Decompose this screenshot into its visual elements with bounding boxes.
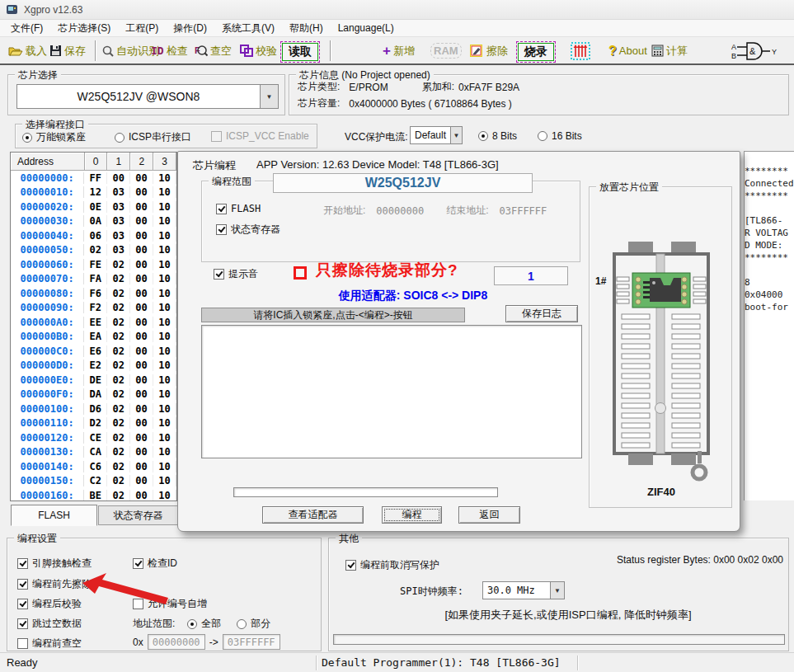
hex-byte[interactable]: 10 [153,302,176,313]
hex-byte[interactable]: 02 [107,490,130,501]
icsp-vcc-checkbox[interactable]: ICSP_VCC Enable [211,130,309,142]
hex-byte[interactable]: 00 [130,388,153,400]
hex-byte[interactable]: 02 [84,244,107,256]
hex-byte[interactable]: 10 [153,215,176,227]
hex-byte[interactable]: 00 [130,244,153,256]
toolbar-logic-gate-button[interactable]: AB&Y [729,40,785,62]
hex-byte[interactable]: 02 [107,331,130,342]
status-reg-checkbox[interactable]: 状态寄存器 [216,223,280,237]
hex-editor[interactable]: Address0123 00000000:FF00001000000010:12… [10,152,177,501]
hex-byte[interactable]: 10 [153,331,176,342]
hex-byte[interactable]: 10 [153,403,176,415]
back-button[interactable]: 返回 [458,506,520,524]
hex-byte[interactable]: 00 [130,359,153,371]
hex-byte[interactable]: FF [84,172,107,184]
hex-byte[interactable]: 10 [153,446,176,458]
flash-checkbox[interactable]: FLASH [216,203,261,214]
hex-byte[interactable]: 00 [130,403,153,415]
menu-item[interactable]: 工程(P) [118,20,166,36]
hex-byte[interactable]: 02 [107,461,130,472]
menu-item[interactable]: 帮助(H) [282,20,331,36]
hex-byte[interactable]: 02 [107,317,130,328]
socket-radio[interactable]: 万能锁紧座 [22,130,86,144]
hex-byte[interactable]: 06 [84,230,107,242]
erase-only-checkbox[interactable] [294,266,307,280]
hex-byte[interactable]: 02 [107,403,130,415]
chevron-down-icon[interactable]: ▼ [451,126,463,144]
hex-byte[interactable]: 00 [130,317,153,328]
hex-byte[interactable]: 00 [130,259,153,270]
hex-byte[interactable]: 00 [130,201,153,213]
beep-checkbox[interactable]: 提示音 [214,267,258,281]
hex-byte[interactable]: 00 [130,230,153,242]
menu-item[interactable]: 操作(D) [166,20,214,36]
hex-byte[interactable]: F2 [84,302,107,313]
range-all-radio[interactable]: 全部 [187,617,221,631]
hex-byte[interactable]: 10 [153,388,176,400]
hex-byte[interactable]: 00 [130,475,153,486]
hex-byte[interactable]: 00 [130,273,153,284]
toolbar-load-button[interactable]: 载入 [7,40,49,62]
bits8-radio[interactable]: 8 Bits [478,130,517,142]
unprotect-checkbox[interactable]: 编程前取消写保护 [345,558,439,572]
hex-byte[interactable]: 03 [107,186,130,198]
hex-byte[interactable]: 02 [107,288,130,299]
hex-byte[interactable]: 02 [107,374,130,386]
hex-byte[interactable]: 03 [107,230,130,242]
hex-byte[interactable]: 02 [107,345,130,357]
verify-after-checkbox[interactable]: 编程后校验 [17,597,82,611]
addr-to-field[interactable]: 03FFFFFF [223,634,280,650]
program-button[interactable]: 编程 [382,506,442,524]
hex-byte[interactable]: 02 [107,302,130,313]
hex-byte[interactable]: 10 [153,259,176,270]
chevron-down-icon[interactable]: ▼ [261,84,279,109]
hex-byte[interactable]: E2 [84,359,107,371]
toolbar-blankcheck-button[interactable]: F 查空 [193,40,233,62]
view-adapter-button[interactable]: 查看适配器 [262,506,364,524]
hex-byte[interactable]: 12 [84,186,107,198]
hex-byte[interactable]: 02 [107,388,130,400]
hex-byte[interactable]: 02 [107,432,130,444]
blank-before-checkbox[interactable]: 编程前查空 [17,637,82,651]
menu-item[interactable]: 文件(F) [3,20,50,36]
hex-byte[interactable]: EA [84,331,107,342]
toolbar-erase-button[interactable]: 擦除 [468,40,510,62]
hex-byte[interactable]: 00 [130,172,153,184]
hex-byte[interactable]: 03 [107,215,130,227]
hex-byte[interactable]: 02 [107,359,130,371]
hex-byte[interactable]: C2 [84,475,107,486]
hex-byte[interactable]: C6 [84,461,107,472]
hex-byte[interactable]: 00 [130,446,153,458]
hex-byte[interactable]: 03 [107,201,130,213]
program-count-field[interactable]: 1 [494,266,568,285]
hex-byte[interactable]: 10 [153,244,176,256]
hex-byte[interactable]: 02 [107,475,130,486]
skip-blank-checkbox[interactable]: 跳过空数据 [17,617,82,631]
toolbar-calc-button[interactable]: 计算 [650,40,689,62]
hex-byte[interactable]: 10 [153,230,176,242]
hex-byte[interactable]: 00 [130,288,153,299]
hex-byte[interactable]: BE [84,490,107,501]
hex-byte[interactable]: E6 [84,345,107,357]
bits16-radio[interactable]: 16 Bits [538,130,582,142]
toolbar-pintest-button[interactable] [569,40,592,62]
toolbar-ram-button[interactable]: RAM [429,40,463,62]
toolbar-burn-button[interactable]: 烧录 [516,40,556,63]
hex-byte[interactable]: 00 [130,417,153,429]
vcc-current-select[interactable]: Default ▼ [410,126,463,144]
hex-byte[interactable]: 10 [153,461,176,472]
hex-byte[interactable]: FA [84,273,107,284]
toolbar-about-button[interactable]: ? About [607,40,649,62]
save-log-button[interactable]: 保存日志 [505,305,578,322]
spi-clock-select[interactable]: 30.0 MHz ▼ [482,581,565,599]
hex-byte[interactable]: EE [84,317,107,328]
pin-check-checkbox[interactable]: 引脚接触检查 [17,557,92,571]
hex-byte[interactable]: D6 [84,403,107,415]
menu-item[interactable]: 芯片选择(S) [50,20,118,36]
hex-byte[interactable]: 10 [153,273,176,284]
hex-byte[interactable]: 0A [84,215,107,227]
hex-byte[interactable]: 0E [84,201,107,213]
hex-byte[interactable]: 10 [153,186,176,198]
toolbar-verify-button[interactable]: 校验 [238,40,279,62]
hex-byte[interactable]: F6 [84,288,107,299]
